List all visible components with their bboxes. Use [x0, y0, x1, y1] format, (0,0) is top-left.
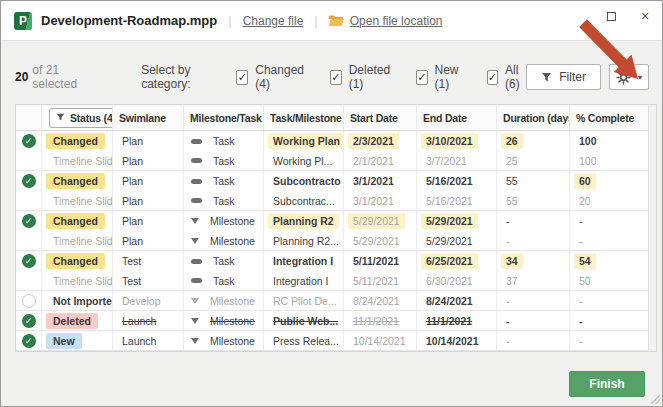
category-checkbox[interactable]: ✓	[416, 70, 427, 85]
maximize-button[interactable]	[594, 5, 628, 27]
status-cell: Changed	[42, 211, 113, 231]
title-cell: Public Web...	[264, 311, 344, 330]
category-checkbox[interactable]: ✓	[487, 70, 498, 85]
cell-value: Task	[208, 273, 240, 289]
cell-value: Task	[208, 153, 240, 169]
gear-icon	[616, 70, 631, 85]
cell-value: -	[501, 213, 515, 229]
cell-value: 5/16/2021	[421, 193, 478, 209]
change-file-link[interactable]: Change file	[243, 14, 304, 28]
cell-value: Press Relea...	[268, 333, 343, 349]
end-date-cell: 5/16/2021	[417, 171, 497, 191]
row-selected-check-icon[interactable]: ✓	[22, 134, 36, 148]
funnel-icon	[541, 72, 552, 83]
duration-cell: -	[497, 231, 570, 250]
status-badge: Changed	[46, 213, 105, 229]
timeline-slide-label: Timeline Slide	[46, 193, 113, 209]
cell-value: 5/16/2021	[421, 173, 478, 189]
cell-value: 5/11/2021	[348, 273, 404, 289]
status-badge: Changed	[46, 173, 105, 189]
start-date-cell: 5/11/2021	[344, 271, 417, 290]
swimlane-cell: Plan	[113, 131, 184, 151]
project-app-icon: P	[14, 12, 32, 30]
table-row[interactable]: Timeline SlidePlanMilestonePlanning R2..…	[16, 231, 648, 251]
open-file-location-link[interactable]: Open file location	[350, 14, 443, 28]
type-cell: Task	[184, 131, 264, 151]
title-bar: P Development-Roadmap.mpp | Change file …	[1, 1, 662, 41]
cell-value: Milestone	[205, 293, 260, 309]
timeline-slide-label: Timeline Slide	[46, 233, 113, 249]
status-badge: Deleted	[46, 313, 98, 329]
table-row[interactable]: ✓ChangedPlanMilestonePlanning R25/29/202…	[16, 211, 648, 231]
status-filter-dropdown[interactable]: Status (4)▾	[49, 108, 113, 128]
cell-value: Plan	[117, 193, 148, 209]
column-header-check	[16, 105, 42, 130]
cell-value: 3/7/2021	[421, 153, 472, 169]
status-cell: New	[42, 331, 113, 350]
maximize-icon	[607, 12, 616, 21]
row-selected-check-icon[interactable]: ✓	[22, 314, 36, 328]
selected-summary: of 21 selected	[32, 63, 93, 91]
divider: |	[314, 13, 317, 28]
table-row[interactable]: ✓NewLaunchMilestonePress Relea...10/14/2…	[16, 331, 648, 351]
resize-grip[interactable]	[650, 394, 660, 404]
status-cell: Changed	[42, 251, 113, 271]
row-unselected-circle-icon[interactable]	[22, 294, 36, 308]
file-title: Development-Roadmap.mpp	[41, 13, 217, 28]
type-cell: Task	[184, 271, 264, 290]
table-scrollbar[interactable]	[648, 105, 656, 351]
cell-value: Plan	[117, 153, 148, 169]
start-date-cell: 3/1/2021	[344, 191, 417, 210]
percent-complete-cell: -	[570, 211, 648, 231]
table-row[interactable]: ✓ChangedPlanTaskSubcontracto3/1/20215/16…	[16, 171, 648, 191]
table-row[interactable]: ✓ChangedTestTaskIntegration I5/11/20216/…	[16, 251, 648, 271]
settings-dropdown-button[interactable]: ▾	[609, 64, 649, 90]
category-checkbox-label: Changed (4)	[255, 63, 307, 91]
cell-value: 5/29/2021	[421, 233, 478, 249]
column-header-end: End Date	[417, 105, 497, 130]
category-option: ✓All (6)	[487, 63, 527, 91]
cell-value: -	[574, 333, 588, 349]
category-filter-label: Select by category:	[141, 63, 224, 91]
row-selected-check-icon[interactable]: ✓	[22, 214, 36, 228]
row-selected-check-icon[interactable]: ✓	[22, 334, 36, 348]
row-selected-check-icon[interactable]: ✓	[22, 254, 36, 268]
filter-button-label: Filter	[559, 70, 586, 84]
category-option: ✓Deleted (1)	[330, 63, 393, 91]
table-row[interactable]: Timeline SlidePlanTaskSubcontrac...3/1/2…	[16, 191, 648, 211]
cell-value: 26	[501, 133, 523, 149]
row-selected-check-icon[interactable]: ✓	[22, 174, 36, 188]
cell-value: 11/1/2021	[348, 313, 404, 329]
filter-button[interactable]: Filter	[526, 64, 601, 90]
status-cell: Timeline Slide	[42, 151, 113, 170]
cell-value: 55	[501, 173, 523, 189]
select-cell	[16, 271, 42, 290]
start-date-cell: 11/1/2021	[344, 311, 417, 330]
close-button[interactable]: ×	[628, 5, 662, 27]
duration-cell: 37	[497, 271, 570, 290]
percent-complete-cell: 54	[570, 251, 648, 271]
category-checkbox[interactable]: ✓	[236, 70, 248, 85]
table-row[interactable]: Not ImportedDevelopMilestoneRC Pilot De.…	[16, 291, 648, 311]
cell-value: Milestone	[205, 213, 260, 229]
title-cell: Subcontracto	[264, 171, 344, 191]
import-dialog-window: P Development-Roadmap.mpp | Change file …	[0, 0, 663, 407]
select-cell: ✓	[16, 211, 42, 231]
task-icon	[191, 179, 202, 184]
table-row[interactable]: Timeline SlidePlanTaskWorking Pl...2/1/2…	[16, 151, 648, 171]
table-row[interactable]: ✓ChangedPlanTaskWorking Plan2/3/20213/10…	[16, 131, 648, 151]
cell-value: 6/25/2021	[421, 253, 478, 269]
cell-value: 34	[501, 253, 523, 269]
cell-value: Plan	[117, 173, 148, 189]
finish-button[interactable]: Finish	[569, 371, 645, 397]
table-row[interactable]: ✓DeletedLaunchMilestonePublic Web...11/1…	[16, 311, 648, 331]
category-checkbox[interactable]: ✓	[330, 70, 342, 85]
type-cell: Task	[184, 151, 264, 170]
milestone-icon	[191, 298, 199, 304]
cell-value: 5/29/2021	[348, 233, 405, 249]
type-cell: Milestone	[184, 231, 264, 250]
duration-cell: 26	[497, 131, 570, 151]
type-cell: Task	[184, 171, 264, 191]
table-row[interactable]: Timeline SlideTestTaskIntegration I5/11/…	[16, 271, 648, 291]
divider: |	[228, 13, 231, 28]
